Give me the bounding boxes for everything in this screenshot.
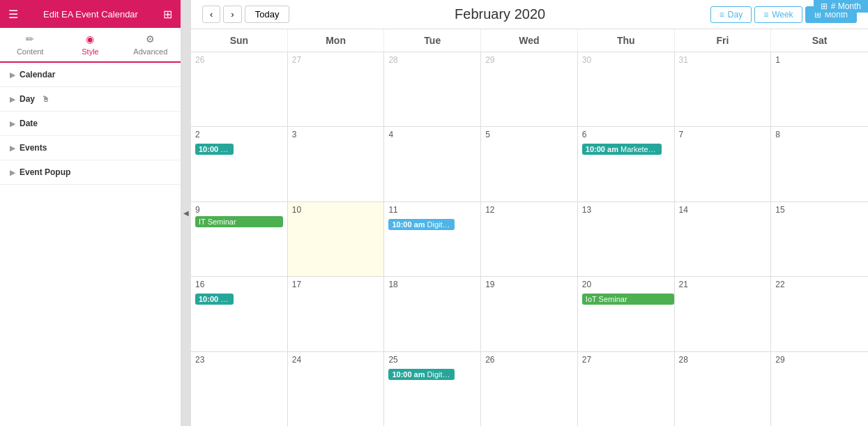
cell-feb16[interactable]: 16 10:00 am Content Marketers Conference	[191, 277, 288, 351]
cell-feb26[interactable]: 26	[481, 352, 578, 426]
header-mon: Mon	[288, 29, 385, 52]
header-wed: Wed	[481, 29, 578, 52]
day-headers-row: Sun Mon Tue Wed Thu Fri Sat	[191, 29, 868, 52]
content-icon: ✏	[26, 33, 34, 45]
cell-feb24[interactable]: 24	[288, 352, 385, 426]
tab-advanced-label: Advanced	[133, 47, 167, 56]
event-iot-seminar[interactable]: IoT Seminar	[582, 294, 674, 305]
section-event-popup-header[interactable]: ▶ Event Popup	[0, 160, 181, 184]
next-month-button[interactable]: ›	[223, 6, 241, 23]
section-date-arrow: ▶	[10, 120, 15, 128]
grid-icon-badge: ⊞	[821, 1, 828, 11]
section-date-label: Date	[20, 119, 38, 128]
cell-jan26[interactable]: 26	[191, 52, 288, 126]
event-content-marketers-conference[interactable]: 10:00 am Content Marketers Conference	[195, 294, 234, 305]
cell-feb20[interactable]: 20 IoT Seminar	[578, 277, 675, 351]
cursor-hint: 🖱	[42, 95, 50, 103]
hamburger-icon[interactable]: ☰	[8, 8, 18, 21]
cell-feb11[interactable]: 11 10:00 am Digital Marketers Conference	[384, 202, 481, 276]
advanced-icon: ⚙	[146, 33, 155, 45]
cell-feb10[interactable]: 10	[288, 202, 385, 276]
grid-icon[interactable]: ⊞	[163, 8, 172, 21]
cell-feb13[interactable]: 13	[578, 202, 675, 276]
day-view-button[interactable]: ≡ Day	[710, 6, 752, 23]
cell-feb21[interactable]: 21	[675, 277, 772, 351]
cell-feb6[interactable]: 6 10:00 am Marketers Seminar	[578, 127, 675, 201]
sidebar-tabs: ✏ Content ◉ Style ⚙ Advanced	[0, 28, 181, 63]
section-events-label: Events	[20, 143, 47, 153]
week-view-icon: ≡	[763, 10, 768, 20]
calendar-header: ‹ › Today February 2020 ≡ Day ≡ Week ⊞ M…	[191, 0, 868, 29]
cell-feb22[interactable]: 22	[771, 277, 868, 351]
week-row-2: 2 10:00 am Top Marketers Conference 3 4 …	[191, 127, 868, 201]
week-view-label: Week	[772, 10, 793, 20]
prev-month-button[interactable]: ‹	[202, 6, 220, 23]
cell-feb18[interactable]: 18	[384, 277, 481, 351]
cell-jan28[interactable]: 28	[384, 52, 481, 126]
cell-feb4[interactable]: 4	[384, 127, 481, 201]
section-calendar-arrow: ▶	[10, 71, 15, 79]
section-day-label: Day	[20, 94, 35, 104]
cell-feb7[interactable]: 7	[675, 127, 772, 201]
cell-feb5[interactable]: 5	[481, 127, 578, 201]
tab-style[interactable]: ◉ Style	[60, 28, 120, 63]
cell-feb2[interactable]: 2 10:00 am Top Marketers Conference	[191, 127, 288, 201]
section-day-arrow: ▶	[10, 96, 15, 103]
event-marketers-seminar[interactable]: 10:00 am Marketers Seminar	[582, 144, 662, 155]
event-top-marketers-conference[interactable]: 10:00 am Top Marketers Conference	[195, 144, 234, 155]
day-view-icon: ≡	[719, 10, 724, 20]
tab-style-label: Style	[82, 47, 98, 56]
header-thu: Thu	[578, 29, 675, 52]
sidebar-header: ☰ Edit EA Event Calendar ⊞	[0, 0, 181, 28]
style-icon: ◉	[86, 33, 94, 45]
cell-feb23[interactable]: 23	[191, 352, 288, 426]
section-events-arrow: ▶	[10, 144, 15, 152]
calendar-grid: Sun Mon Tue Wed Thu Fri Sat 26 27 28 29 …	[191, 29, 868, 426]
section-event-popup-label: Event Popup	[20, 167, 70, 177]
section-date-header[interactable]: ▶ Date	[0, 112, 181, 135]
tab-advanced[interactable]: ⚙ Advanced	[121, 28, 181, 61]
section-events: ▶ Events	[0, 136, 181, 160]
event-digital-trend-seminar[interactable]: 10:00 am Digital Trend Seminar	[388, 369, 454, 380]
section-calendar-label: Calendar	[20, 70, 55, 79]
cell-feb28[interactable]: 28	[675, 352, 772, 426]
week-row-1: 26 27 28 29 30 31 1	[191, 52, 868, 127]
cell-feb15[interactable]: 15	[771, 202, 868, 276]
calendar-title: February 2020	[455, 6, 545, 22]
sidebar: ☰ Edit EA Event Calendar ⊞ ✏ Content ◉ S…	[0, 0, 181, 426]
week-row-5: 23 24 25 10:00 am Digital Trend Seminar …	[191, 352, 868, 426]
section-date: ▶ Date	[0, 112, 181, 136]
day-view-label: Day	[728, 10, 743, 20]
cell-feb27[interactable]: 27	[578, 352, 675, 426]
cell-feb19[interactable]: 19	[481, 277, 578, 351]
week-view-button[interactable]: ≡ Week	[754, 6, 802, 23]
main-content: ⊞ # Month ‹ › Today February 2020 ≡ Day …	[191, 0, 868, 426]
event-it-seminar[interactable]: IT Seminar	[195, 216, 283, 227]
section-day-header[interactable]: ▶ Day 🖱	[0, 87, 181, 111]
section-events-header[interactable]: ▶ Events	[0, 136, 181, 160]
cell-jan27[interactable]: 27	[288, 52, 385, 126]
cell-jan31[interactable]: 31	[675, 52, 772, 126]
cell-feb29[interactable]: 29	[771, 352, 868, 426]
cell-jan30[interactable]: 30	[578, 52, 675, 126]
section-calendar: ▶ Calendar	[0, 63, 181, 87]
today-button[interactable]: Today	[245, 6, 290, 23]
tab-content-label: Content	[17, 47, 44, 56]
calendar-navigation: ‹ › Today	[202, 6, 289, 23]
cell-feb3[interactable]: 3	[288, 127, 385, 201]
tab-content[interactable]: ✏ Content	[0, 28, 60, 61]
section-day: ▶ Day 🖱	[0, 87, 181, 112]
section-calendar-header[interactable]: ▶ Calendar	[0, 63, 181, 86]
cell-feb12[interactable]: 12	[481, 202, 578, 276]
cell-feb14[interactable]: 14	[675, 202, 772, 276]
cell-feb8[interactable]: 8	[771, 127, 868, 201]
cell-jan29[interactable]: 29	[481, 52, 578, 126]
cell-feb1[interactable]: 1	[771, 52, 868, 126]
sidebar-collapse-handle[interactable]: ◀	[181, 0, 191, 426]
event-digital-marketers-conference[interactable]: 10:00 am Digital Marketers Conference	[388, 219, 454, 230]
cell-feb17[interactable]: 17	[288, 277, 385, 351]
cell-feb25[interactable]: 25 10:00 am Digital Trend Seminar	[384, 352, 481, 426]
header-tue: Tue	[384, 29, 481, 52]
sidebar-title: Edit EA Event Calendar	[18, 9, 163, 20]
cell-feb9[interactable]: 9 IT Seminar	[191, 202, 288, 276]
